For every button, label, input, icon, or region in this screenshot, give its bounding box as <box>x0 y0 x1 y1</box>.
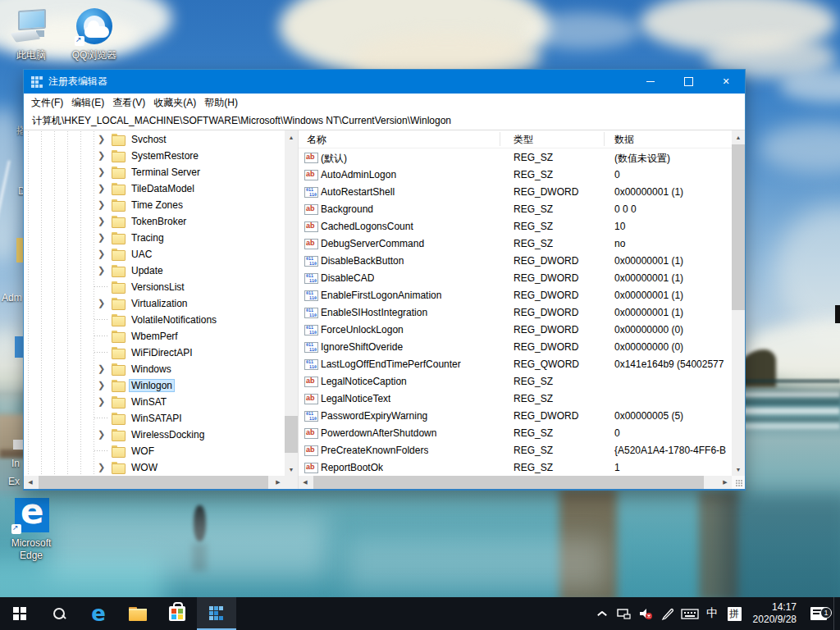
taskbar-store[interactable] <box>158 597 197 630</box>
action-center-button[interactable]: 1 <box>804 597 833 630</box>
tree-item-SystemRestore[interactable]: ❯SystemRestore <box>24 148 285 164</box>
tree-item-TokenBroker[interactable]: ❯TokenBroker <box>24 213 285 230</box>
value-row-EnableFirstLogonAnimation[interactable]: EnableFirstLogonAnimationREG_DWORD0x0000… <box>299 287 732 304</box>
tree-item-WiFiDirectAPI[interactable]: WiFiDirectAPI <box>24 345 285 361</box>
desktop-icon-microsoft-edge[interactable]: Microsoft Edge <box>0 496 62 562</box>
start-button[interactable] <box>0 597 39 630</box>
address-bar[interactable]: 计算机\HKEY_LOCAL_MACHINE\SOFTWARE\Microsof… <box>24 112 745 130</box>
value-row-PowerdownAfterShutdown[interactable]: PowerdownAfterShutdownREG_SZ0 <box>299 425 732 442</box>
value-row-IgnoreShiftOveride[interactable]: IgnoreShiftOverideREG_DWORD0x00000000 (0… <box>299 339 732 356</box>
tree-item-WbemPerf[interactable]: WbemPerf <box>24 328 285 345</box>
value-row-DisableCAD[interactable]: DisableCADREG_DWORD0x00000001 (1) <box>299 270 732 287</box>
minimize-button[interactable] <box>632 70 669 94</box>
search-button[interactable] <box>39 597 79 630</box>
column-name[interactable]: 名称 <box>307 133 326 147</box>
expand-chevron-icon[interactable]: ❯ <box>98 462 107 472</box>
value-row-PasswordExpiryWarning[interactable]: PasswordExpiryWarningREG_DWORD0x00000005… <box>299 408 732 425</box>
expand-chevron-icon[interactable]: ❯ <box>98 150 107 160</box>
scroll-down-arrow[interactable]: ▼ <box>285 463 298 476</box>
tree-item-Virtualization[interactable]: ❯Virtualization <box>24 295 285 312</box>
menu-view[interactable]: 查看(V) <box>112 96 145 110</box>
taskbar-edge[interactable]: e <box>79 597 118 630</box>
tree-item-Time Zones[interactable]: ❯Time Zones <box>24 197 285 213</box>
scroll-up-arrow[interactable]: ▲ <box>285 130 298 144</box>
value-row-LastLogOffEndTimePerfCounter[interactable]: LastLogOffEndTimePerfCounterREG_QWORD0x1… <box>299 356 732 373</box>
expand-chevron-icon[interactable]: ❯ <box>98 167 107 176</box>
expand-chevron-icon[interactable]: ❯ <box>98 265 107 275</box>
list-vertical-scrollbar[interactable]: ▲ ▼ <box>732 130 745 476</box>
tree-item-WinSATAPI[interactable]: WinSATAPI <box>24 410 285 427</box>
expand-chevron-icon[interactable]: ❯ <box>98 396 107 406</box>
menu-favorites[interactable]: 收藏夹(A) <box>153 96 196 110</box>
column-type[interactable]: 类型 <box>514 133 533 147</box>
scrollbar-thumb[interactable] <box>732 144 745 310</box>
tree-item-Terminal Server[interactable]: ❯Terminal Server <box>24 164 285 180</box>
desktop-icon-qq-browser[interactable]: QQ浏览器 <box>63 8 126 61</box>
value-row-LegalNoticeText[interactable]: LegalNoticeTextREG_SZ <box>299 390 732 408</box>
scrollbar-thumb[interactable] <box>285 416 298 453</box>
close-button[interactable]: ✕ <box>707 70 745 94</box>
tree-item-VersionsList[interactable]: VersionsList <box>24 279 285 295</box>
value-row-EnableSIHostIntegration[interactable]: EnableSIHostIntegrationREG_DWORD0x000000… <box>299 304 732 322</box>
show-desktop-button[interactable] <box>833 597 840 630</box>
ime-mode-indicator[interactable]: 中 <box>701 597 724 630</box>
taskbar-file-explorer[interactable] <box>118 597 158 630</box>
expand-chevron-icon[interactable]: ❯ <box>98 298 107 308</box>
desktop-icon-this-pc[interactable]: 此电脑 <box>0 8 62 61</box>
expand-chevron-icon[interactable]: ❯ <box>98 380 107 390</box>
value-row-AutoRestartShell[interactable]: AutoRestartShellREG_DWORD0x00000001 (1) <box>299 184 732 201</box>
scroll-up-arrow[interactable]: ▲ <box>732 130 745 144</box>
expand-chevron-icon[interactable]: ❯ <box>98 134 107 144</box>
volume-muted-icon[interactable] <box>635 597 657 630</box>
tree-item-VolatileNotifications[interactable]: VolatileNotifications <box>24 312 285 328</box>
pen-icon[interactable] <box>657 597 679 630</box>
scroll-left-arrow[interactable]: ◀ <box>299 476 312 489</box>
scroll-left-arrow[interactable]: ◀ <box>24 476 37 489</box>
menu-edit[interactable]: 编辑(E) <box>71 96 104 110</box>
expand-chevron-icon[interactable]: ❯ <box>98 183 107 193</box>
tree-item-Svchost[interactable]: ❯Svchost <box>24 131 285 148</box>
expand-chevron-icon[interactable]: ❯ <box>98 232 107 242</box>
value-row-DisableBackButton[interactable]: DisableBackButtonREG_DWORD0x00000001 (1) <box>299 253 732 270</box>
tree-item-WirelessDocking[interactable]: ❯WirelessDocking <box>24 427 285 443</box>
value-row-(默认)[interactable]: (默认)REG_SZ(数值未设置) <box>299 149 732 167</box>
tree-item-WOF[interactable]: WOF <box>24 443 285 459</box>
tree-item-Winlogon[interactable]: ❯Winlogon <box>24 377 285 394</box>
value-row-CachedLogonsCount[interactable]: CachedLogonsCountREG_SZ10 <box>299 218 732 235</box>
value-row-AutoAdminLogon[interactable]: AutoAdminLogonREG_SZ0 <box>299 167 732 184</box>
tree-item-TileDataModel[interactable]: ❯TileDataModel <box>24 180 285 197</box>
menu-help[interactable]: 帮助(H) <box>204 96 238 110</box>
ime-pinyin-indicator[interactable]: 拼 <box>724 597 746 630</box>
expand-chevron-icon[interactable]: ❯ <box>98 216 107 226</box>
maximize-button[interactable] <box>669 70 707 94</box>
tree-item-WinSAT[interactable]: ❯WinSAT <box>24 394 285 410</box>
value-row-LegalNoticeCaption[interactable]: LegalNoticeCaptionREG_SZ <box>299 373 732 390</box>
expand-chevron-icon[interactable]: ❯ <box>98 199 107 209</box>
resize-grip[interactable] <box>732 476 745 489</box>
scrollbar-thumb[interactable] <box>313 476 704 489</box>
tree-item-Update[interactable]: ❯Update <box>24 262 285 279</box>
value-row-PreCreateKnownFolders[interactable]: PreCreateKnownFoldersREG_SZ{A520A1A4-178… <box>299 442 732 459</box>
tray-chevron-up-icon[interactable] <box>591 597 613 630</box>
scroll-right-arrow[interactable]: ▶ <box>719 476 732 489</box>
scroll-right-arrow[interactable]: ▶ <box>272 476 285 489</box>
list-header[interactable]: 名称 类型 数据 <box>299 130 745 148</box>
tree-horizontal-scrollbar[interactable]: ◀ ▶ <box>24 476 285 489</box>
scrollbar-thumb[interactable] <box>39 476 268 489</box>
list-horizontal-scrollbar[interactable]: ◀ ▶ <box>299 476 732 489</box>
value-row-Background[interactable]: BackgroundREG_SZ0 0 0 <box>299 201 732 218</box>
tree-vertical-scrollbar[interactable]: ▲ ▼ <box>285 130 298 476</box>
value-row-ForceUnlockLogon[interactable]: ForceUnlockLogonREG_DWORD0x00000000 (0) <box>299 322 732 339</box>
tree-item-Tracing[interactable]: ❯Tracing <box>24 230 285 246</box>
menu-file[interactable]: 文件(F) <box>31 96 63 110</box>
value-row-ReportBootOk[interactable]: ReportBootOkREG_SZ1 <box>299 459 732 476</box>
title-bar[interactable]: 注册表编辑器 ✕ <box>24 70 745 94</box>
tree-item-UAC[interactable]: ❯UAC <box>24 246 285 262</box>
expand-chevron-icon[interactable]: ❯ <box>98 249 107 258</box>
clock[interactable]: 14:17 2020/9/28 <box>753 601 797 626</box>
touch-keyboard-icon[interactable] <box>679 597 701 630</box>
value-row-DebugServerCommand[interactable]: DebugServerCommandREG_SZno <box>299 235 732 253</box>
expand-chevron-icon[interactable]: ❯ <box>98 363 107 373</box>
expand-chevron-icon[interactable]: ❯ <box>98 429 107 439</box>
tree-item-WOW[interactable]: ❯WOW <box>24 459 285 476</box>
